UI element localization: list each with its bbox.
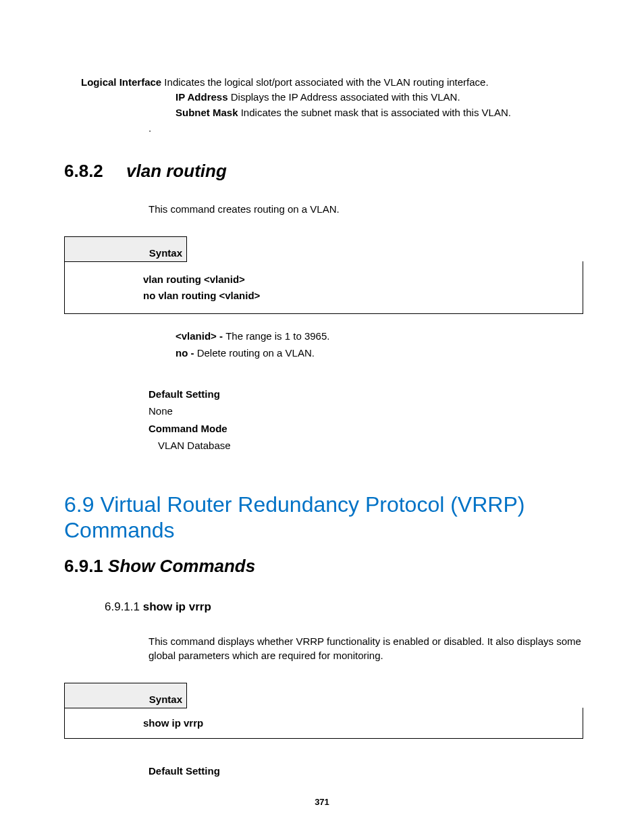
term: Logical Interface bbox=[81, 76, 161, 88]
syntax-label: Syntax bbox=[65, 236, 187, 261]
default-setting-value: None bbox=[149, 402, 583, 420]
def-logical-interface: Logical Interface Indicates the logical … bbox=[81, 76, 583, 89]
heading-6-9-1: 6.9.1 Show Commands bbox=[64, 556, 583, 577]
syntax-table-682: Syntax vlan routing <vlanid> no vlan rou… bbox=[64, 236, 583, 314]
param-no: no - Delete routing on a VLAN. bbox=[176, 344, 583, 362]
term: <vlanid> - bbox=[176, 330, 225, 342]
description-6-9-1-1: This command displays whether VRRP funct… bbox=[149, 634, 583, 662]
command-mode-value: VLAN Database bbox=[158, 437, 583, 454]
syntax-line-1: vlan routing <vlanid> bbox=[143, 271, 576, 288]
desc: Delete routing on a VLAN. bbox=[197, 347, 315, 359]
syntax-body-row: vlan routing <vlanid> no vlan routing <v… bbox=[65, 261, 583, 313]
page-number: 371 bbox=[0, 797, 644, 807]
syntax-header-spacer bbox=[187, 236, 583, 261]
heading-title: vlan routing bbox=[126, 161, 227, 182]
settings-block-6911: Default Setting bbox=[149, 762, 583, 780]
desc: Indicates the logical slot/port associat… bbox=[161, 76, 488, 88]
term: no - bbox=[176, 347, 197, 359]
desc: Displays the IP Address associated with … bbox=[228, 91, 460, 103]
syntax-content: vlan routing <vlanid> no vlan routing <v… bbox=[65, 261, 583, 313]
param-vlanid: <vlanid> - The range is 1 to 3965. bbox=[176, 328, 583, 345]
syntax-header-row: Syntax bbox=[65, 236, 583, 261]
default-setting-label: Default Setting bbox=[149, 386, 583, 403]
heading-6-9: 6.9 Virtual Router Redundancy Protocol (… bbox=[64, 492, 583, 544]
heading-6-9-1-1: 6.9.1.1 show ip vrrp bbox=[105, 600, 583, 614]
heading-6-8-2: 6.8.2 vlan routing bbox=[64, 161, 583, 182]
syntax-label: Syntax bbox=[65, 683, 187, 708]
settings-block-682: Default Setting None Command Mode VLAN D… bbox=[149, 386, 583, 454]
heading-title: Show Commands bbox=[108, 556, 255, 576]
field-definitions: Logical Interface Indicates the logical … bbox=[64, 76, 583, 134]
syntax-table-6911: Syntax show ip vrrp bbox=[64, 683, 583, 739]
syntax-body-row: show ip vrrp bbox=[65, 708, 583, 738]
heading-number: 6.9.1.1 bbox=[105, 600, 143, 613]
syntax-content: show ip vrrp bbox=[65, 708, 583, 738]
default-setting-label: Default Setting bbox=[149, 762, 583, 780]
syntax-line-2: no vlan routing <vlanid> bbox=[143, 288, 576, 304]
syntax-line-1: show ip vrrp bbox=[143, 715, 576, 731]
desc: The range is 1 to 3965. bbox=[225, 330, 329, 342]
desc: Indicates the subnet mask that is associ… bbox=[238, 107, 511, 118]
heading-title: show ip vrrp bbox=[143, 600, 211, 613]
def-ip-address: IP Address Displays the IP Address assoc… bbox=[176, 90, 583, 104]
paragraph-dot: . bbox=[149, 122, 583, 134]
heading-number: 6.8.2 bbox=[64, 161, 103, 182]
heading-number: 6.9.1 bbox=[64, 556, 108, 576]
def-subnet-mask: Subnet Mask Indicates the subnet mask th… bbox=[176, 106, 583, 120]
syntax-header-spacer bbox=[187, 683, 583, 708]
term: IP Address bbox=[176, 91, 228, 103]
description-6-8-2: This command creates routing on a VLAN. bbox=[149, 202, 583, 216]
term: Subnet Mask bbox=[176, 107, 238, 118]
parameter-definitions: <vlanid> - The range is 1 to 3965. no - … bbox=[176, 328, 583, 362]
command-mode-label: Command Mode bbox=[149, 420, 583, 438]
syntax-header-row: Syntax bbox=[65, 683, 583, 708]
